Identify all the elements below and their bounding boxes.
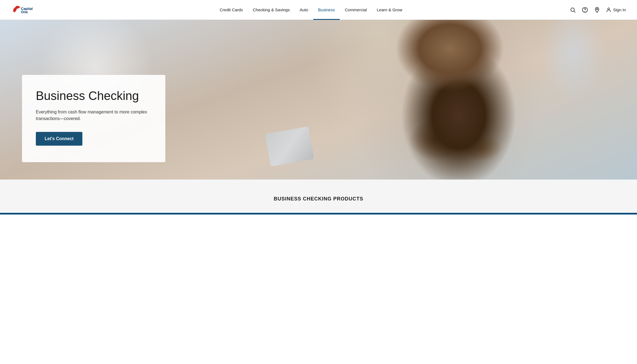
help-icon[interactable] (582, 7, 588, 13)
sign-in-button[interactable]: Sign In (606, 7, 626, 13)
svg-line-3 (574, 11, 575, 12)
nav-credit-cards[interactable]: Credit Cards (215, 0, 248, 20)
nav-auto[interactable]: Auto (295, 0, 313, 20)
svg-point-7 (608, 8, 610, 10)
main-header: Capital One Credit Cards Checking & Savi… (0, 0, 637, 20)
nav-commercial[interactable]: Commercial (340, 0, 372, 20)
main-nav: Credit Cards Checking & Savings Auto Bus… (215, 0, 407, 20)
header-right: Sign In (569, 7, 626, 13)
nav-checking-savings[interactable]: Checking & Savings (248, 0, 295, 20)
svg-point-6 (596, 8, 598, 10)
svg-point-2 (571, 8, 574, 11)
location-icon[interactable] (594, 7, 600, 13)
lets-connect-button[interactable]: Let's Connect (36, 132, 82, 146)
hero-section: Business Checking Everything from cash f… (0, 20, 637, 180)
products-section-title: BUSINESS CHECKING PRODUCTS (11, 196, 626, 202)
search-icon[interactable] (569, 7, 576, 13)
nav-learn-grow[interactable]: Learn & Grow (372, 0, 407, 20)
user-icon (606, 7, 611, 13)
sign-in-label: Sign In (613, 7, 626, 12)
bottom-accent-bar (0, 213, 637, 214)
hero-subtitle: Everything from cash flow management to … (36, 109, 149, 122)
hero-person-image (191, 20, 637, 180)
hero-content-card: Business Checking Everything from cash f… (22, 75, 165, 162)
products-section: BUSINESS CHECKING PRODUCTS (0, 180, 637, 213)
logo-area[interactable]: Capital One (11, 4, 44, 16)
capital-one-logo[interactable]: Capital One (11, 4, 44, 16)
svg-point-5 (585, 11, 585, 12)
nav-business[interactable]: Business (313, 0, 340, 20)
hero-title: Business Checking (36, 89, 149, 103)
svg-text:One: One (21, 10, 28, 14)
